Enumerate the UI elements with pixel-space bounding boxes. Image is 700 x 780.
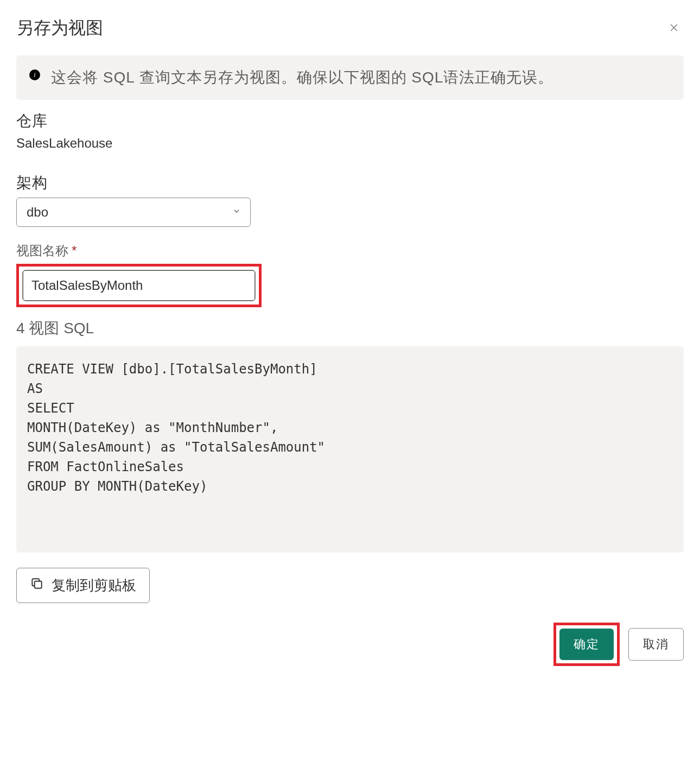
dialog-title: 另存为视图 — [16, 16, 103, 40]
copy-icon — [30, 576, 44, 594]
close-button[interactable] — [664, 18, 684, 39]
close-icon — [669, 27, 679, 35]
view-name-highlight — [16, 264, 262, 307]
view-name-label: 视图名称* — [16, 242, 684, 259]
schema-select-value: dbo — [27, 205, 48, 219]
schema-select[interactable]: dbo — [16, 198, 251, 227]
warehouse-label: 仓库 — [16, 111, 684, 131]
ok-button[interactable]: 确定 — [559, 629, 614, 660]
schema-label: 架构 — [16, 173, 684, 193]
schema-select-wrapper: dbo — [16, 198, 251, 227]
dialog-footer: 确定 取消 — [16, 623, 684, 666]
sql-preview: CREATE VIEW [dbo].[TotalSalesByMonth] AS… — [16, 346, 684, 553]
info-text: 这会将 SQL 查询文本另存为视图。确保以下视图的 SQL语法正确无误。 — [51, 66, 553, 89]
copy-to-clipboard-button[interactable]: 复制到剪贴板 — [16, 568, 150, 603]
view-name-input[interactable] — [22, 270, 256, 301]
info-banner: i 这会将 SQL 查询文本另存为视图。确保以下视图的 SQL语法正确无误。 — [16, 55, 684, 100]
required-asterisk: * — [72, 243, 77, 258]
ok-button-highlight: 确定 — [553, 623, 620, 666]
dialog-header: 另存为视图 — [16, 16, 684, 40]
copy-button-label: 复制到剪贴板 — [52, 576, 136, 595]
info-icon: i — [29, 69, 40, 80]
warehouse-value: SalesLakehouse — [16, 136, 684, 151]
svg-rect-2 — [35, 581, 42, 588]
sql-label: 4 视图 SQL — [16, 318, 684, 339]
cancel-button[interactable]: 取消 — [628, 628, 684, 661]
